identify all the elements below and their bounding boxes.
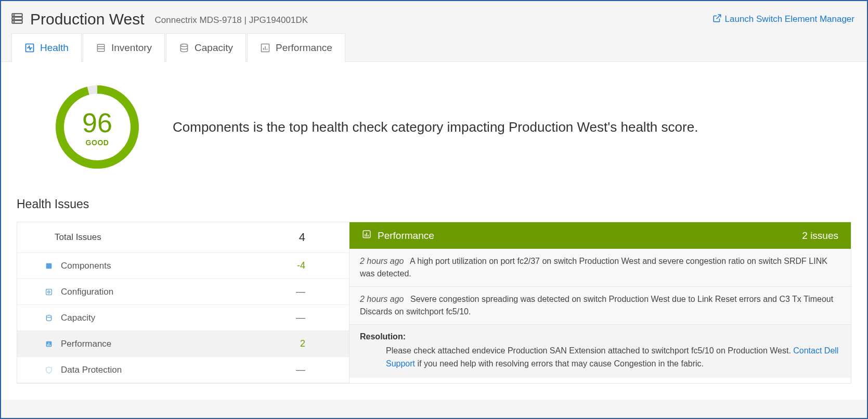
issue-ago: 2 hours ago xyxy=(360,295,404,303)
health-summary: 96 GOOD Components is the top health che… xyxy=(17,83,851,171)
issues-section-title: Health Issues xyxy=(17,197,851,211)
device-icon xyxy=(10,11,24,27)
issue-text: Severe congestion spreading was detected… xyxy=(360,295,833,316)
capacity-row-icon xyxy=(44,313,54,323)
issue-detail-panel: Performance 2 issues 2 hours ago A high … xyxy=(349,222,851,384)
capacity-label: Capacity xyxy=(61,313,95,323)
capacity-icon xyxy=(179,43,189,53)
launch-manager-link[interactable]: Launch Switch Element Manager xyxy=(712,14,854,26)
configuration-label: Configuration xyxy=(61,287,113,297)
svg-rect-18 xyxy=(46,289,52,295)
performance-row-icon xyxy=(44,339,54,349)
resolution-body: Please check attached endevice Productio… xyxy=(360,345,840,371)
svg-rect-23 xyxy=(48,342,49,346)
data-protection-value: — xyxy=(296,364,336,375)
issues-total-label: Total Issues xyxy=(55,232,101,243)
health-headline: Components is the top health check categ… xyxy=(173,119,698,135)
components-icon xyxy=(44,261,54,271)
svg-rect-7 xyxy=(97,44,104,51)
detail-count: 2 issues xyxy=(802,230,838,242)
svg-rect-17 xyxy=(46,263,52,269)
main-panel: 96 GOOD Components is the top health che… xyxy=(1,61,867,400)
configuration-value: — xyxy=(296,286,336,297)
tab-health[interactable]: Health xyxy=(11,33,82,62)
components-value: -4 xyxy=(297,260,336,271)
svg-point-19 xyxy=(48,291,50,293)
issues-total-row: Total Issues 4 xyxy=(17,222,349,253)
issues-grid: Total Issues 4 Components -4 Configur xyxy=(17,222,851,384)
tab-performance[interactable]: Performance xyxy=(247,33,345,62)
issue-row-capacity[interactable]: Capacity — xyxy=(17,305,349,331)
svg-point-5 xyxy=(14,21,14,22)
performance-label: Performance xyxy=(61,339,111,349)
svg-rect-28 xyxy=(368,235,369,237)
inventory-icon xyxy=(96,43,106,53)
health-icon xyxy=(24,43,35,53)
detail-category: Performance xyxy=(378,230,434,242)
svg-rect-26 xyxy=(365,234,366,237)
page-title: Production West xyxy=(30,10,145,28)
svg-point-4 xyxy=(14,18,14,19)
issue-row-performance[interactable]: Performance 2 xyxy=(17,331,349,357)
svg-rect-22 xyxy=(47,344,48,346)
detail-header: Performance 2 issues xyxy=(349,222,851,249)
svg-rect-27 xyxy=(366,233,367,237)
page-subtitle: Connectrix MDS-9718 | JPG194001DK xyxy=(155,15,308,26)
launch-manager-label: Launch Switch Element Manager xyxy=(725,14,854,24)
issue-item[interactable]: 2 hours ago Severe congestion spreading … xyxy=(349,287,851,325)
svg-point-3 xyxy=(14,15,14,15)
issue-text: A high port utilization on port fc2/37 o… xyxy=(360,257,827,278)
performance-icon xyxy=(260,43,270,53)
data-protection-icon xyxy=(44,365,54,375)
health-gauge: 96 GOOD xyxy=(53,83,141,171)
resolution-block: Resolution: Please check attached endevi… xyxy=(349,325,851,378)
health-score: 96 xyxy=(82,107,112,138)
tab-inventory-label: Inventory xyxy=(111,42,152,54)
resolution-text-post: if you need help with resolving errors t… xyxy=(415,359,704,368)
components-label: Components xyxy=(61,261,111,271)
resolution-title: Resolution: xyxy=(360,332,840,341)
issue-ago: 2 hours ago xyxy=(360,257,404,265)
page-header: Production West Connectrix MDS-9718 | JP… xyxy=(1,1,867,33)
tab-performance-label: Performance xyxy=(276,42,332,54)
tab-health-label: Health xyxy=(40,42,69,54)
external-link-icon xyxy=(712,14,722,26)
tab-bar: Health Inventory Capacity Performance xyxy=(1,33,867,62)
resolution-text-pre: Please check attached endevice Productio… xyxy=(386,346,793,355)
issues-total-value: 4 xyxy=(299,231,336,244)
issue-row-components[interactable]: Components -4 xyxy=(17,253,349,279)
detail-header-icon xyxy=(362,230,371,242)
svg-rect-24 xyxy=(50,345,50,346)
performance-value: 2 xyxy=(300,338,336,349)
tab-capacity-label: Capacity xyxy=(195,42,233,54)
svg-point-10 xyxy=(180,44,187,47)
tab-inventory[interactable]: Inventory xyxy=(83,33,165,62)
issues-category-list: Total Issues 4 Components -4 Configur xyxy=(17,222,349,384)
health-score-label: GOOD xyxy=(86,138,109,147)
tab-capacity[interactable]: Capacity xyxy=(166,33,246,62)
issue-item[interactable]: 2 hours ago A high port utilization on p… xyxy=(349,249,851,287)
capacity-value: — xyxy=(296,312,336,323)
data-protection-label: Data Protection xyxy=(61,365,122,375)
issue-row-configuration[interactable]: Configuration — xyxy=(17,279,349,305)
issue-row-data-protection[interactable]: Data Protection — xyxy=(17,357,349,383)
svg-point-20 xyxy=(46,315,51,317)
configuration-icon xyxy=(44,287,54,297)
